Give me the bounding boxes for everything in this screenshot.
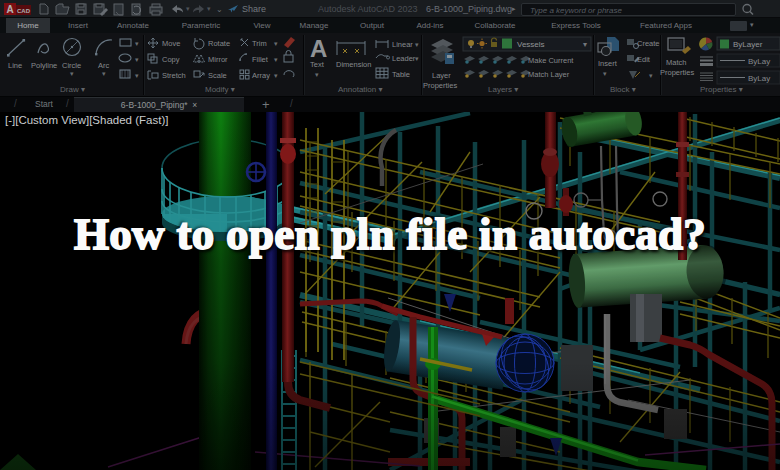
svg-text:Dimension: Dimension [336, 60, 371, 69]
svg-text:Scale: Scale [208, 71, 227, 80]
svg-text:⌄: ⌄ [216, 5, 223, 14]
svg-text:Create: Create [637, 39, 660, 48]
svg-text:▾: ▾ [415, 55, 419, 62]
svg-text:ByLay: ByLay [748, 57, 770, 66]
svg-text:Make Current: Make Current [528, 56, 574, 65]
svg-text:Properties: Properties [660, 68, 694, 77]
svg-text:Leader: Leader [392, 54, 416, 63]
svg-text:Polyline: Polyline [31, 61, 57, 70]
svg-text:Edit: Edit [637, 55, 651, 64]
svg-text:▾: ▾ [135, 72, 139, 79]
svg-text:▾: ▾ [135, 56, 139, 63]
svg-text:Linear: Linear [392, 40, 413, 49]
svg-text:▾: ▾ [274, 40, 278, 47]
svg-text:Insert: Insert [598, 59, 618, 68]
svg-text:Properties: Properties [423, 81, 457, 90]
svg-text:▾: ▾ [415, 41, 419, 48]
svg-text:▾: ▾ [102, 70, 106, 77]
svg-text:A: A [6, 4, 13, 15]
svg-text:Mirror: Mirror [208, 55, 228, 64]
svg-text:Copy: Copy [162, 55, 180, 64]
svg-text:Line: Line [8, 61, 22, 70]
svg-text:Arc: Arc [98, 61, 110, 70]
svg-text:▾: ▾ [583, 40, 587, 49]
svg-text:▾: ▾ [649, 72, 653, 79]
svg-text:▾: ▾ [207, 5, 211, 12]
svg-text:▾: ▾ [186, 5, 190, 12]
svg-text:Circle: Circle [62, 61, 81, 70]
svg-text:▾: ▾ [603, 70, 607, 77]
svg-text:ByLayer: ByLayer [733, 40, 763, 49]
svg-text:Rotate: Rotate [208, 39, 230, 48]
svg-text:Table: Table [392, 70, 410, 79]
svg-text:Move: Move [162, 39, 180, 48]
svg-text:Stretch: Stretch [162, 71, 186, 80]
svg-text:Match Layer: Match Layer [528, 70, 570, 79]
svg-text:A: A [310, 35, 327, 62]
svg-text:▾: ▾ [70, 70, 74, 77]
svg-text:Fillet: Fillet [252, 55, 269, 64]
svg-text:Match: Match [666, 58, 686, 67]
svg-text:▾: ▾ [315, 71, 319, 78]
svg-text:Layer: Layer [432, 71, 451, 80]
svg-text:▾: ▾ [135, 40, 139, 47]
svg-text:Trim: Trim [252, 39, 267, 48]
svg-text:CAD: CAD [17, 8, 31, 14]
svg-text:Array: Array [252, 71, 270, 80]
svg-text:Vessels: Vessels [517, 40, 545, 49]
svg-text:ByLay: ByLay [748, 74, 770, 83]
svg-text:▾: ▾ [274, 72, 278, 79]
svg-text:▾: ▾ [274, 56, 278, 63]
svg-text:Text: Text [310, 60, 325, 69]
